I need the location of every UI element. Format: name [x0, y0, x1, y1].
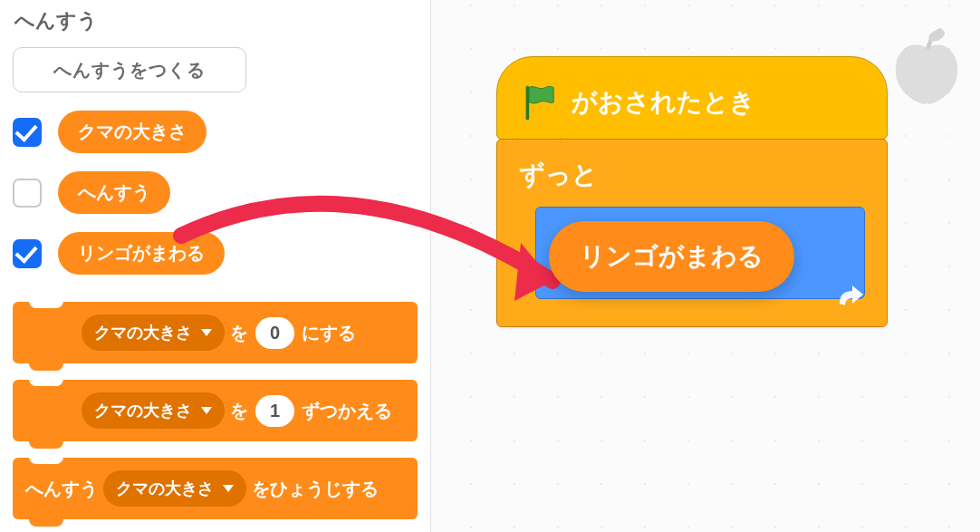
change-variable-block[interactable]: クマの大きさ を 1 ずつかえる	[13, 380, 418, 441]
block-text: へんすう	[25, 477, 98, 501]
variable-visibility-checkbox[interactable]	[13, 239, 42, 268]
variable-pill[interactable]: へんすう	[58, 171, 170, 214]
when-flag-clicked-block[interactable]: がおされたとき	[496, 56, 888, 140]
make-variable-button[interactable]: へんすうをつくる	[13, 47, 246, 92]
loop-arrow-icon	[834, 282, 865, 315]
svg-rect-1	[526, 86, 530, 121]
forever-label: ずっと	[519, 160, 598, 189]
variable-row: クマの大きさ	[13, 111, 418, 153]
variable-pill[interactable]: クマの大きさ	[58, 111, 207, 153]
number-input[interactable]: 1	[255, 395, 294, 427]
chevron-down-icon	[201, 407, 212, 414]
block-text: を	[230, 321, 248, 345]
block-text: にする	[302, 321, 356, 345]
variable-visibility-checkbox[interactable]	[13, 118, 42, 147]
variable-list: クマの大きさ へんすう リンゴがまわる	[13, 111, 418, 275]
dropdown-label: クマの大きさ	[94, 400, 192, 421]
chevron-down-icon	[201, 329, 212, 336]
number-input[interactable]: 0	[255, 317, 294, 349]
apple-icon	[884, 22, 969, 107]
green-flag-icon	[523, 84, 555, 121]
dropdown-label: クマの大きさ	[94, 322, 192, 343]
block-text: をひょうじする	[252, 477, 379, 501]
variable-row: へんすう	[13, 171, 418, 214]
block-text: を	[230, 399, 248, 423]
variable-dropdown[interactable]: クマの大きさ	[103, 470, 246, 507]
sprite-thumbnail-apple	[884, 22, 969, 111]
variable-row: リンゴがまわる	[13, 232, 418, 275]
variable-pill[interactable]: リンゴがまわる	[58, 232, 225, 275]
app-root: へんすう へんすうをつくる クマの大きさ へんすう リンゴがまわる クマの大きさ	[0, 0, 980, 532]
variable-dropdown[interactable]: クマの大きさ	[82, 392, 225, 429]
block-text: ずつかえる	[302, 399, 392, 423]
hat-label: がおされたとき	[572, 85, 755, 120]
variable-visibility-checkbox[interactable]	[13, 179, 42, 208]
show-variable-block[interactable]: へんすう クマの大きさ をひょうじする	[13, 458, 418, 519]
script-canvas[interactable]: がおされたとき ずっと 15 どまわす リンゴがまわ	[431, 0, 980, 532]
dropdown-label: クマの大きさ	[116, 478, 214, 499]
block-palette: へんすう へんすうをつくる クマの大きさ へんすう リンゴがまわる クマの大きさ	[0, 0, 431, 532]
dragged-variable-pill[interactable]: リンゴがまわる	[549, 221, 794, 292]
chevron-down-icon	[223, 485, 234, 492]
variable-dropdown[interactable]: クマの大きさ	[82, 314, 225, 351]
set-variable-block[interactable]: クマの大きさ を 0 にする	[13, 302, 418, 363]
palette-blocks: クマの大きさ を 0 にする クマの大きさ を 1 ずつかえる へんすう	[13, 302, 418, 519]
category-title: へんすう	[13, 0, 418, 47]
